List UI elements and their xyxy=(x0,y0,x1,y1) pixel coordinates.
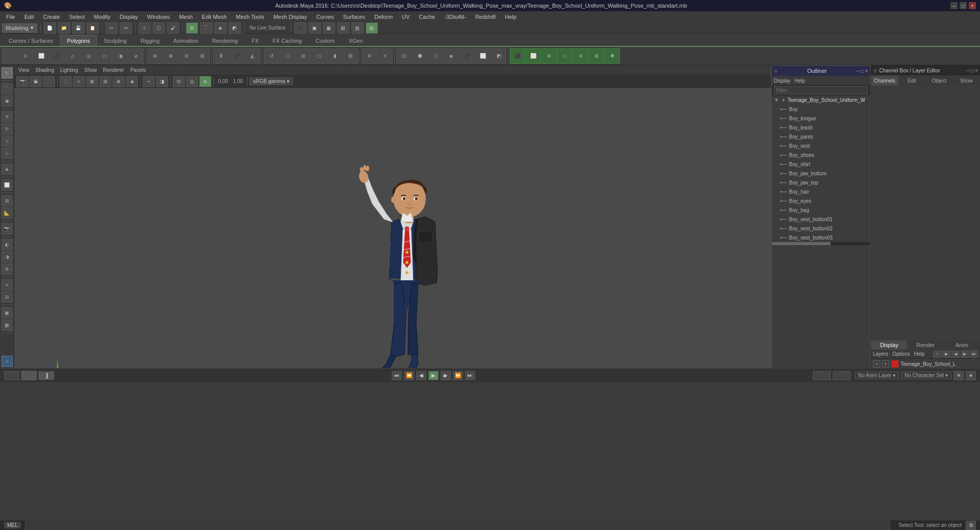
snap-grid-btn[interactable]: ⊞ xyxy=(186,22,198,34)
shelf-unfold-icon[interactable]: ⊡ xyxy=(396,48,412,64)
anim-tab[interactable]: Anim xyxy=(944,340,980,350)
paint-btn[interactable]: 🖌 xyxy=(167,22,179,34)
render-btn2[interactable]: ▣ xyxy=(309,22,321,34)
menu-item-create[interactable]: Create xyxy=(39,13,64,21)
help-label[interactable]: Help xyxy=(914,351,924,357)
script-mode-indicator[interactable]: MEL xyxy=(4,522,21,528)
outliner-filter-input[interactable] xyxy=(774,86,868,94)
menu-item-modify[interactable]: Modify xyxy=(90,13,114,21)
vp-camera3-btn[interactable]: 🎥 xyxy=(43,76,55,87)
cb-max-btn[interactable]: □ xyxy=(971,68,974,73)
move-tool-btn[interactable]: ✛ xyxy=(2,111,13,122)
next-key-btn[interactable]: ⏩ xyxy=(453,371,463,380)
outliner-scrollbar-thumb[interactable] xyxy=(772,242,831,245)
vp-snap2-btn[interactable]: ⊹ xyxy=(73,76,85,87)
shelf-green6-icon[interactable]: ⊞ xyxy=(589,48,604,64)
outliner-item-boy-hair[interactable]: ⟵Boy_hair xyxy=(772,187,870,196)
shelf-cube-icon[interactable]: ⬜ xyxy=(34,48,49,64)
outliner-item-boy-tongue[interactable]: ⟵Boy_tongue xyxy=(772,114,870,123)
view-menu-item[interactable]: View xyxy=(16,67,32,73)
command-input[interactable] xyxy=(25,521,891,530)
shelf-disk-icon[interactable]: ◑ xyxy=(113,48,128,64)
shelf-uv2-icon[interactable]: ⬡ xyxy=(428,48,443,64)
panels-menu-item[interactable]: Panels xyxy=(128,67,148,73)
shelf-green5-icon[interactable]: ⊚ xyxy=(573,48,588,64)
vp-shade2-btn[interactable]: ◨ xyxy=(156,76,168,87)
play-btn[interactable]: ▶ xyxy=(428,371,439,380)
layer-prev-btn[interactable]: ◀ xyxy=(951,351,960,358)
menu-item-deform[interactable]: Deform xyxy=(370,13,397,21)
render-btn3[interactable]: ▦ xyxy=(323,22,335,34)
shelf-combine-icon[interactable]: ⊕ xyxy=(147,48,162,64)
current-frame-field[interactable]: 1 xyxy=(21,371,37,380)
layer-p-btn[interactable]: P xyxy=(882,360,889,367)
shelf-tab-fx[interactable]: FX xyxy=(245,35,265,46)
frame-box[interactable]: ▐ xyxy=(39,372,54,380)
shelf-uv4-icon[interactable]: ⬛ xyxy=(459,48,475,64)
select-tool-btn[interactable]: ↖ xyxy=(2,67,13,78)
shelf-soften-icon[interactable]: ≋ xyxy=(362,48,377,64)
layer2-btn[interactable]: ⊟ xyxy=(2,292,13,303)
vp-disp2-btn[interactable]: ◎ xyxy=(186,76,198,87)
vp-snap4-btn[interactable]: ⊟ xyxy=(99,76,112,87)
sculpt-btn[interactable]: ◐ xyxy=(2,239,13,250)
layers-label[interactable]: Layers xyxy=(873,351,888,357)
anim-extra2-btn[interactable]: ◈ xyxy=(966,371,976,380)
shelf-green1-icon[interactable]: ⬛ xyxy=(510,48,525,64)
snap-surface-btn[interactable]: ◩ xyxy=(229,22,241,34)
outliner-scrollbar[interactable] xyxy=(772,242,870,245)
menu-item-redshift[interactable]: Redshift xyxy=(471,13,500,21)
soft-select-btn[interactable]: ◈ xyxy=(2,164,13,175)
layer-btn[interactable]: ≡ xyxy=(2,279,13,290)
goto-start-btn[interactable]: ⏮ xyxy=(392,371,402,380)
shelf-bevel-icon[interactable]: ◭ xyxy=(245,48,260,64)
minimize-button[interactable]: – xyxy=(950,2,958,9)
vp-snap6-btn[interactable]: ◈ xyxy=(126,76,138,87)
vp-disp1-btn[interactable]: ⊡ xyxy=(173,76,185,87)
show-menu-item[interactable]: Show xyxy=(82,67,99,73)
shelf-tab-fx-caching[interactable]: FX Caching xyxy=(266,35,308,46)
workspace-dropdown[interactable]: Modeling ▾ xyxy=(2,23,37,33)
menu-item-surfaces[interactable]: Surfaces xyxy=(339,13,369,21)
outliner-item-boy-vest-button03[interactable]: ⟵Boy_vest_button03 xyxy=(772,233,870,242)
render3-btn[interactable]: ▦ xyxy=(2,320,13,331)
maximize-button[interactable]: □ xyxy=(960,2,967,9)
layer-next-btn[interactable]: ▶ xyxy=(961,351,969,358)
goto-end-btn[interactable]: ⏭ xyxy=(465,371,475,380)
shelf-green3-icon[interactable]: ⊕ xyxy=(541,48,557,64)
show-tab[interactable]: Show xyxy=(953,75,981,86)
menu-item-mesh-display[interactable]: Mesh Display xyxy=(269,13,311,21)
outliner-help-menu[interactable]: Help xyxy=(795,78,805,84)
menu-item-mesh-tools[interactable]: Mesh Tools xyxy=(232,13,268,21)
shelf-offset-icon[interactable]: ⊟ xyxy=(295,48,311,64)
outliner-root-item[interactable]: ▼ ✦ Teenage_Boy_School_Uniform_W xyxy=(772,95,870,104)
menu-item-edit-mesh[interactable]: Edit Mesh xyxy=(198,13,231,21)
layer-v-btn[interactable]: V xyxy=(873,360,880,367)
shelf-tab-curves-surfaces[interactable]: Curves / Surfaces xyxy=(2,35,60,46)
anim-layer-dropdown[interactable]: No Anim Layer ▾ xyxy=(855,372,899,379)
menu-item-file[interactable]: File xyxy=(2,13,19,21)
render2-btn[interactable]: ▣ xyxy=(2,307,13,319)
shelf-tab-rendering[interactable]: Rendering xyxy=(205,35,244,46)
object-tab[interactable]: Object xyxy=(925,75,953,86)
render-btn5[interactable]: ▥ xyxy=(351,22,364,34)
shelf-tab-xgen[interactable]: XGen xyxy=(342,35,369,46)
shelf-uv6-icon[interactable]: ◩ xyxy=(491,48,506,64)
camera-btn[interactable]: 📷 xyxy=(2,223,13,234)
close-button[interactable]: × xyxy=(969,2,976,9)
vp-snap5-btn[interactable]: ⊗ xyxy=(113,76,125,87)
save-as-btn[interactable]: 📋 xyxy=(87,22,99,34)
vp-camera2-btn[interactable]: 📽 xyxy=(30,76,42,87)
lasso-btn[interactable]: ⬡ xyxy=(153,22,165,34)
snap-btn[interactable]: ⊞ xyxy=(2,195,13,206)
snap-point-btn[interactable]: ◈ xyxy=(214,22,227,34)
layer-new-btn[interactable]: + xyxy=(933,351,941,358)
shelf-tab-animation[interactable]: Animation xyxy=(167,35,205,46)
viewport[interactable]: View Shading Lighting Show Renderer Pane… xyxy=(14,65,771,369)
redo-btn[interactable]: ↪ xyxy=(120,22,132,34)
menu-item-edit[interactable]: Edit xyxy=(20,13,38,21)
axis-btn[interactable]: ⊹ xyxy=(2,356,13,367)
layer-end-btn[interactable]: ⏭ xyxy=(970,351,978,358)
layer-render-btn[interactable]: ▶ xyxy=(942,351,950,358)
open-file-btn[interactable]: 📁 xyxy=(58,22,70,34)
